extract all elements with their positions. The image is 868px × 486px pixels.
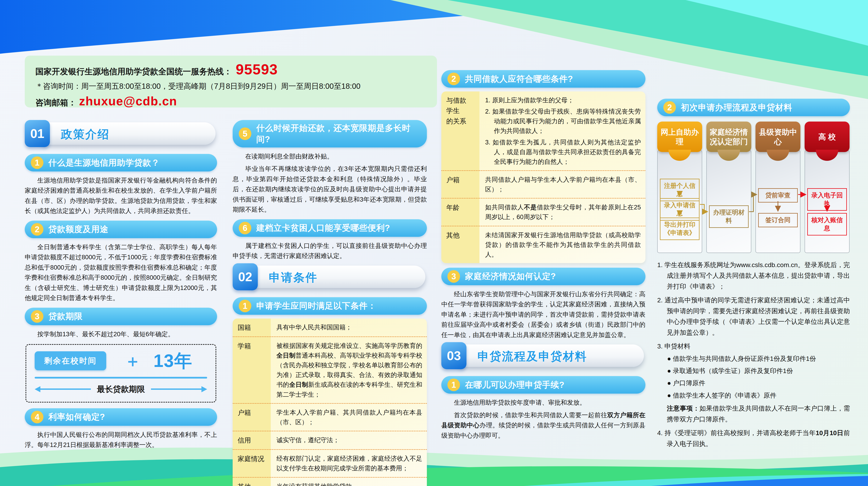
question-title: 申请学生应同时满足以下条件：	[256, 300, 376, 312]
question-title: 什么时候开始还款，还本宽限期是多长时间?	[256, 122, 421, 145]
student-conditions-table: 国籍 具有中华人民共和国国籍； 学籍 被根据国家有关规定批准设立、实施高等学历教…	[232, 318, 427, 486]
section-title: 申请条件	[269, 270, 317, 285]
paragraph: 首次贷款的时候，借款学生和共同借款人需要一起前往双方户籍所在县级资助中心办理。续…	[441, 410, 645, 440]
axis-line	[40, 389, 91, 390]
row-label: 户籍	[232, 407, 271, 427]
question-number-badge: 2	[447, 73, 460, 85]
flow-lane-family-assessment-dept: 家庭经济情况认定部门 办理证明材料	[706, 121, 751, 253]
row-label: 与借款学生的关系	[441, 95, 479, 167]
row-label: 信用	[232, 435, 271, 446]
max-term-axis: 最长贷款期限	[35, 384, 207, 395]
row-label: 其他	[441, 230, 479, 259]
row-value: 经有权部门认定，家庭经济困难，家庭经济收入不足以支付学生在校期间完成学业所需的基…	[271, 454, 422, 473]
question-banner-loan-term: 3 贷款期限	[25, 308, 217, 325]
note-bullet: ● 借款学生本人签字的《申请表》原件	[657, 390, 850, 401]
question-banner-poverty-card: 6 建档立卡贫困人口能享受哪些便利?	[232, 219, 427, 237]
question-banner-loan-amount: 2 贷款额度及用途	[25, 221, 217, 238]
hotline-hours: ＊咨询时间：周一至周五8:00至18:00，受理高峰期（7月8日到9月29日）周…	[35, 81, 426, 91]
question-number-badge: 1	[239, 300, 251, 312]
flow-step: 导出并打印《申请表》	[660, 218, 700, 240]
flow-step: 录入申请信息	[660, 198, 700, 221]
hotline-number: 95593	[236, 63, 278, 76]
section-number-badge: 03	[441, 342, 466, 369]
flow-step: 注册个人信息	[660, 179, 700, 201]
note-item: 4. 持《受理证明》前往高校报到，并请高校老师于当年10月10日前录入电子回执。	[657, 428, 850, 449]
paragraph: 生源地信用助学贷款是指国家开发银行等金融机构向符合条件的家庭经济困难的普通高校新…	[25, 175, 217, 216]
plus-sign: ＋	[125, 353, 141, 369]
question-banner-family-assessment: 3 家庭经济情况如何认定?	[441, 268, 645, 285]
note-caution: 注意事项：如果借款学生及共同借款人不在同一本户口簿上，需携带双方户口簿原件。	[657, 403, 850, 425]
table-row: 年龄 如共同借款人不是借款学生父母时，其年龄原则上在25周岁以上，60周岁以下；	[441, 198, 645, 226]
question-number-badge: 3	[31, 310, 43, 323]
loan-term-diagram: 剩余在校时间 ＋ 13年 最长贷款期限	[26, 344, 216, 403]
question-number-badge: 1	[447, 378, 460, 391]
remaining-school-time-chip: 剩余在校时间	[35, 351, 106, 370]
note-item: 1. 学生在线服务系统网址为www.csls.cdb.com.cn。登录系统后，…	[657, 259, 850, 292]
column-first-application: 2 初次申请办理流程及申贷材料 网上自助办理 注册个人信息 录入申请信息 导出并…	[657, 99, 850, 449]
list-item: 1. 原则上应为借款学生的父母；	[485, 95, 641, 105]
paragraph: 属于建档立卡贫困人口的学生，可以直接前往县级资助中心办理申贷手续，无需进行家庭经…	[232, 240, 427, 261]
question-title: 利率如何确定?	[49, 411, 105, 423]
lane-header: 高 校	[805, 121, 849, 152]
section-number-badge: 02	[232, 263, 258, 290]
note-bullet: ● 借款学生与共同借款人身份证原件1份及复印件1份	[657, 353, 850, 364]
max-term-label: 最长贷款期限	[97, 384, 145, 395]
flow-lane-online-self-service: 网上自助办理 注册个人信息 录入申请信息 导出并打印《申请表》	[657, 121, 702, 253]
question-title: 建档立卡贫困人口能享受哪些便利?	[256, 222, 390, 234]
question-number-badge: 2	[31, 223, 43, 236]
question-banner-repayment-start: 5 什么时候开始还款，还本宽限期是多长时间?	[232, 120, 427, 147]
note-item: 3. 申贷材料	[657, 341, 850, 351]
lane-header: 家庭经济情况认定部门	[706, 121, 751, 152]
table-row: 信用 诚实守信，遵纪守法；	[232, 431, 427, 449]
column-repayment-conditions: 5 什么时候开始还款，还本宽限期是多长时间? 在读期间利息全部由财政补贴。 毕业…	[232, 120, 427, 486]
flow-lane-county-aid-center: 县级资助中心 贷前审查 签订合同	[755, 121, 800, 253]
question-title: 在哪儿可以办理申贷手续?	[465, 379, 564, 391]
row-label: 家庭情况	[232, 454, 271, 473]
coborrower-conditions-table: 与借款学生的关系 1. 原则上应为借款学生的父母； 2. 如果借款学生父母由于残…	[441, 91, 645, 263]
list-item: 3. 如借款学生为孤儿，共同借款人则为其他法定监护人，或是自愿与借款学生共同承担…	[485, 137, 641, 167]
thirteen-years-value: 13年	[153, 352, 192, 370]
section-number-badge: 01	[25, 120, 50, 147]
question-title: 初次申请办理流程及申贷材料	[681, 102, 792, 113]
table-row: 其他 未结清国家开发银行生源地信用助学贷款（或高校助学贷款）的借款学生不能作为其…	[441, 226, 645, 263]
table-row: 其他 当年没有获得其他助学贷款。	[232, 477, 427, 486]
flow-lane-university: 高 校 录入电子回执 核对入账信息	[805, 121, 849, 253]
note-item: 2. 通过高中预申请的同学无需进行家庭经济困难认定；未通过高中预申请的同学，需要…	[657, 295, 850, 338]
row-label: 年龄	[441, 202, 479, 222]
question-title: 共同借款人应符合哪些条件?	[465, 73, 573, 85]
paragraph: 按学制加13年、最长不超过20年、最短6年确定。	[25, 329, 217, 339]
section-title: 政策介绍	[61, 127, 110, 142]
note-bullet: ● 录取通知书（或学生证）原件及复印件1份	[657, 365, 850, 376]
section-banner-01: 01 政策介绍	[25, 120, 217, 149]
application-notes: 1. 学生在线服务系统网址为www.csls.cdb.com.cn。登录系统后，…	[657, 259, 850, 449]
arrow-right-icon	[202, 386, 207, 392]
section-title: 申贷流程及申贷材料	[477, 349, 587, 364]
paragraph: 全日制普通本专科学生（含第二学士学位、高职学生）每人每年申请贷款额度不超过800…	[25, 242, 217, 303]
row-value: 如共同借款人不是借款学生父母时，其年龄原则上在25周岁以上，60周岁以下；	[479, 202, 641, 222]
row-value: 当年没有获得其他助学贷款。	[271, 481, 422, 486]
question-banner-interest-rate: 4 利率如何确定?	[25, 408, 217, 426]
question-number-badge: 5	[239, 127, 251, 140]
question-banner-where-to-apply: 1 在哪儿可以办理申贷手续?	[441, 376, 645, 394]
column-coborrower-process: 2 共同借款人应符合哪些条件? 与借款学生的关系 1. 原则上应为借款学生的父母…	[441, 70, 645, 443]
question-number-badge: 4	[31, 411, 43, 423]
row-label: 其他	[232, 481, 271, 486]
question-title: 贷款期限	[49, 311, 83, 322]
question-number-badge: 2	[663, 101, 676, 114]
question-title: 什么是生源地信用助学贷款？	[49, 157, 160, 168]
section-banner-03: 03 申贷流程及申贷材料	[441, 342, 645, 371]
flow-step: 办理证明材料	[709, 205, 749, 228]
row-value: 具有中华人民共和国国籍；	[271, 322, 422, 333]
question-banner-coborrower: 2 共同借款人应符合哪些条件?	[441, 70, 645, 88]
question-title: 贷款额度及用途	[49, 224, 108, 235]
column-policy-intro: 01 政策介绍 1 什么是生源地信用助学贷款？ 生源地信用助学贷款是指国家开发银…	[25, 120, 217, 452]
hotline-label: 国家开发银行生源地信用助学贷款全国统一服务热线：	[35, 66, 232, 77]
row-value: 共同借款人户籍与学生本人入学前户籍均在本县（市、区）；	[479, 175, 641, 194]
table-row: 国籍 具有中华人民共和国国籍；	[232, 318, 427, 337]
question-banner-what-is-loan: 1 什么是生源地信用助学贷款？	[25, 154, 217, 171]
lane-header: 县级资助中心	[755, 121, 800, 152]
paragraph: 在读期间利息全部由财政补贴。	[232, 151, 427, 161]
flow-step: 核对入账信息	[807, 213, 847, 235]
table-row: 学籍 被根据国家有关规定批准设立、实施高等学历教育的全日制普通本科高校、高等职业…	[232, 337, 427, 403]
table-row: 户籍 共同借款人户籍与学生本人入学前户籍均在本县（市、区）；	[441, 170, 645, 198]
